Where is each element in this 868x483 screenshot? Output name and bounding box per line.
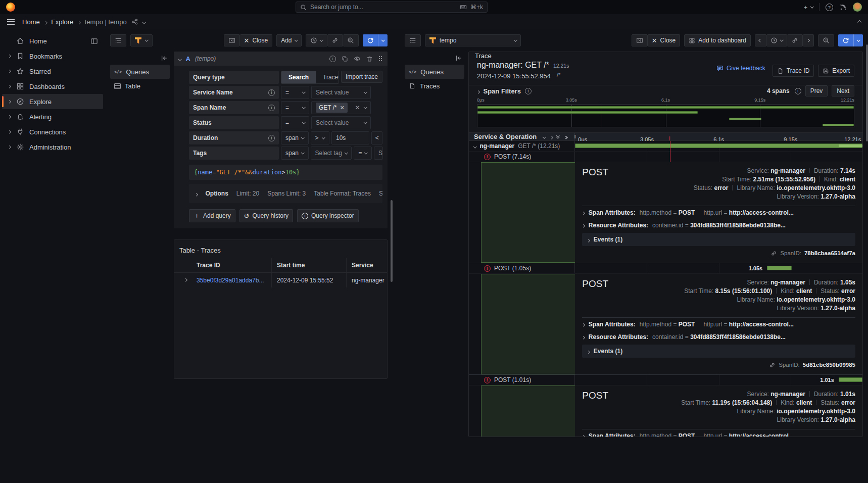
rail-item-queries-right[interactable]: </> Queries — [405, 65, 464, 79]
grafana-logo[interactable] — [6, 3, 15, 12]
rail-item-traces[interactable]: Traces — [405, 79, 464, 93]
link-icon[interactable] — [770, 250, 777, 257]
collapse-span-icon[interactable] — [474, 142, 476, 150]
import-trace-button[interactable]: Import trace — [341, 71, 382, 83]
sidebar-item-explore[interactable]: Explore — [2, 94, 103, 109]
tab-search[interactable]: Search — [281, 71, 316, 83]
span-duration-bar[interactable] — [575, 143, 862, 148]
expand-all-icon[interactable] — [564, 133, 567, 140]
sidebar-item-bookmarks[interactable]: Bookmarks — [2, 49, 103, 64]
run-query-button-left[interactable] — [363, 34, 388, 46]
query-history-button[interactable]: ↺Query history — [239, 209, 293, 222]
resource-attributes-row[interactable]: Resource Attributes: container.id = 304f… — [582, 219, 855, 231]
zoom-out-button-right[interactable] — [818, 34, 834, 46]
add-query-button[interactable]: ＋Add query — [189, 209, 235, 222]
column-service[interactable]: Service — [346, 258, 387, 272]
status-value-select[interactable]: Select value — [311, 116, 371, 129]
span-bar-post-3[interactable]: 1.01s — [575, 375, 862, 385]
service-name-operator-select[interactable]: = — [281, 86, 309, 99]
tab-traceql[interactable]: TraceQL — [316, 71, 339, 83]
outline-button-right[interactable] — [405, 34, 421, 46]
datasource-picker-left[interactable] — [130, 34, 153, 46]
collapse-topbar-icon[interactable] — [858, 18, 861, 25]
rail-item-table[interactable]: Table — [110, 79, 170, 93]
user-avatar[interactable] — [853, 3, 862, 12]
sidebar-item-alerting[interactable]: Alerting — [2, 109, 103, 124]
time-range-button-left[interactable] — [306, 34, 327, 46]
duplicate-query-icon[interactable] — [342, 56, 348, 62]
help-icon[interactable]: ? — [826, 4, 833, 11]
tags-scope-select[interactable]: span — [281, 147, 309, 160]
close-pane-button-left[interactable]: ✕Close — [240, 34, 273, 46]
collapse-rail-icon-left[interactable] — [161, 55, 168, 62]
query-options-row[interactable]: Options Limit: 20 Spans Limit: 3 Table F… — [189, 184, 382, 203]
trace-id-button[interactable]: Trace ID — [773, 65, 814, 77]
sidebar-item-connections[interactable]: Connections — [2, 124, 103, 139]
duration-max-operator-select[interactable]: < — [371, 131, 382, 144]
add-button-left[interactable]: Add — [276, 34, 302, 46]
span-attributes-row[interactable]: Span Attributes: http.method = POSThttp.… — [582, 429, 855, 437]
clear-value-icon[interactable]: ✕ — [355, 104, 360, 111]
query-inspector-button[interactable]: iQuery inspector — [297, 209, 359, 222]
run-query-button-right[interactable] — [838, 34, 863, 46]
split-view-button-left[interactable] — [224, 34, 240, 46]
hide-query-icon[interactable] — [354, 55, 361, 62]
expand-one-icon[interactable] — [550, 133, 553, 140]
left-pane-scrollbar[interactable] — [391, 200, 393, 282]
new-button[interactable]: ＋ — [803, 3, 813, 12]
span-row-post-2[interactable]: ! POST (1.05s) 1.05s — [469, 263, 862, 274]
collapse-one-icon[interactable] — [543, 133, 546, 140]
column-trace-id[interactable]: Trace ID — [197, 262, 271, 269]
sidebar-item-starred[interactable]: Starred — [2, 64, 103, 79]
span-bar-post-1[interactable] — [575, 152, 862, 162]
span-name-chip[interactable]: GET /*✕ — [316, 103, 348, 113]
export-button[interactable]: Export — [818, 65, 854, 77]
datasource-picker-right[interactable]: tempo — [425, 34, 521, 46]
span-attributes-row[interactable]: Span Attributes: http.method = POSThttp.… — [582, 206, 855, 219]
span-row-post-1[interactable]: ! POST (7.14s) — [469, 152, 862, 162]
span-name-value-select[interactable]: GET /*✕ ✕ — [311, 101, 371, 114]
menu-toggle-icon[interactable] — [7, 19, 15, 25]
right-pane-scrollbar[interactable] — [866, 44, 868, 141]
zoom-out-button-left[interactable] — [343, 34, 359, 46]
span-bar-post-2[interactable]: 1.05s — [575, 263, 862, 273]
sidebar-item-dashboards[interactable]: Dashboards — [2, 79, 103, 94]
column-start-time[interactable]: Start time — [271, 258, 346, 272]
minimap-canvas[interactable] — [477, 104, 854, 127]
collapse-rail-icon-right[interactable] — [455, 55, 462, 62]
span-name-operator-select[interactable]: = — [281, 101, 309, 114]
status-operator-select[interactable]: = — [281, 116, 309, 129]
tags-operator-select[interactable]: = — [354, 147, 372, 160]
share-icon[interactable] — [131, 18, 138, 25]
events-row[interactable]: Events (1) — [582, 345, 855, 358]
link-icon[interactable] — [769, 362, 776, 368]
time-back-button[interactable] — [755, 34, 766, 46]
expand-row-icon[interactable] — [174, 279, 197, 281]
span-bar-root[interactable] — [575, 141, 862, 151]
span-attributes-row[interactable]: Span Attributes: http.method = POSThttp.… — [582, 318, 855, 330]
span-row-post-3[interactable]: ! POST (1.01s) 1.01s — [469, 375, 862, 385]
breadcrumb-home[interactable]: Home — [22, 18, 40, 26]
tags-key-select[interactable]: Select tag — [311, 147, 352, 160]
tags-value-select[interactable]: Select value — [374, 147, 383, 160]
rail-item-queries-left[interactable]: </> Queries — [110, 65, 170, 79]
prev-span-button[interactable]: Prev — [805, 85, 828, 96]
drag-handle-icon[interactable] — [378, 56, 382, 62]
table-row[interactable]: 35be0f3d29a01adda7b... 2024-12-09 15:55:… — [174, 273, 387, 287]
split-view-button-right[interactable] — [632, 34, 648, 46]
span-duration-bar[interactable] — [839, 377, 862, 382]
resource-attributes-row[interactable]: Resource Attributes: container.id = 304f… — [582, 330, 855, 343]
next-span-button[interactable]: Next — [832, 85, 854, 96]
sidebar-item-home[interactable]: Home — [2, 33, 103, 49]
trace-minimap[interactable]: 0μs 3.05s 6.1s 9.15s 12.21s — [477, 98, 854, 127]
events-row[interactable]: Events (1) — [582, 233, 855, 246]
delete-query-icon[interactable] — [366, 56, 373, 62]
query-header[interactable]: A (tempo) i — [174, 52, 388, 66]
time-forward-button[interactable] — [803, 34, 814, 46]
sidebar-item-administration[interactable]: Administration — [2, 139, 103, 155]
link-time-button-left[interactable] — [327, 34, 343, 46]
span-filters-toggle[interactable]: Span Filters i — [477, 87, 532, 95]
time-range-button-right[interactable] — [766, 34, 788, 46]
close-pane-button-right[interactable]: ✕Close — [648, 34, 681, 46]
collapse-all-icon[interactable] — [557, 135, 559, 138]
